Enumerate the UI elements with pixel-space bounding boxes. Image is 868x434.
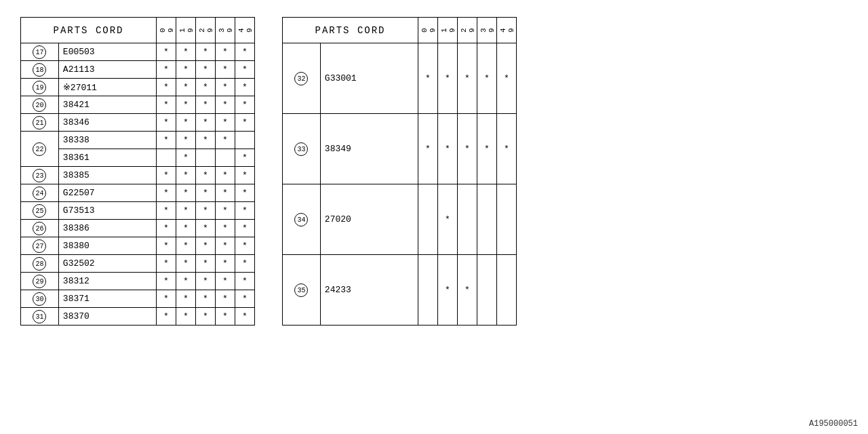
table2-year-90: 90	[418, 18, 438, 43]
table1-year-91: 91	[176, 18, 196, 43]
year-cell: *	[176, 202, 196, 220]
year-cell: *	[176, 237, 196, 255]
year-cell: *	[216, 255, 235, 273]
year-cell: *	[196, 167, 216, 184]
row-number: 21	[21, 114, 59, 132]
row-number: 35	[283, 255, 321, 326]
table-row: 32G33001*****	[283, 43, 517, 114]
year-cell: *	[216, 132, 235, 149]
table-row: 3138370*****	[21, 308, 255, 326]
year-cell: *	[157, 220, 176, 237]
year-cell: *	[176, 79, 196, 96]
year-cell: *	[157, 43, 176, 61]
year-cell	[497, 184, 517, 255]
year-cell: *	[196, 237, 216, 255]
table-row: 3524233**	[283, 255, 517, 326]
year-cell: *	[216, 167, 235, 184]
year-cell: *	[157, 132, 176, 149]
year-cell: *	[216, 273, 235, 290]
year-cell: *	[216, 114, 235, 132]
year-cell: *	[216, 202, 235, 220]
year-cell: *	[196, 96, 216, 114]
year-cell: *	[176, 132, 196, 149]
table1-year-92: 92	[196, 18, 216, 43]
year-cell: *	[216, 184, 235, 202]
year-cell	[418, 184, 438, 255]
year-cell: *	[235, 202, 255, 220]
year-cell: *	[157, 202, 176, 220]
table-1: PARTS CORD 90 91 92 93 94 17E00503*****1…	[20, 17, 255, 326]
row-number: 22	[21, 132, 59, 167]
table1-header: PARTS CORD	[21, 18, 157, 43]
year-cell	[418, 255, 438, 326]
year-cell: *	[477, 114, 497, 184]
year-cell	[235, 132, 255, 149]
year-cell: *	[196, 43, 216, 61]
table-row: 3427020*	[283, 184, 517, 255]
year-cell: *	[235, 255, 255, 273]
year-cell: *	[235, 149, 255, 167]
year-cell: *	[176, 220, 196, 237]
row-code: E00503	[58, 43, 156, 61]
year-cell: *	[216, 220, 235, 237]
row-number: 29	[21, 273, 59, 290]
year-cell: *	[216, 308, 235, 326]
table-row: 2738380*****	[21, 237, 255, 255]
row-number: 19	[21, 79, 59, 96]
year-cell: *	[176, 290, 196, 308]
year-cell: *	[157, 273, 176, 290]
year-cell: *	[176, 184, 196, 202]
row-code: G73513	[58, 202, 156, 220]
year-cell: *	[477, 43, 497, 114]
row-code: ※27011	[58, 79, 156, 96]
row-code: G32502	[58, 255, 156, 273]
row-number: 18	[21, 61, 59, 79]
row-code: 38370	[58, 308, 156, 326]
row-number: 25	[21, 202, 59, 220]
watermark: A195000051	[809, 419, 858, 429]
table-row: 2638386*****	[21, 220, 255, 237]
year-cell: *	[196, 290, 216, 308]
table-row: 2238338****	[21, 132, 255, 149]
table-row: 17E00503*****	[21, 43, 255, 61]
row-number: 34	[283, 184, 321, 255]
year-cell: *	[438, 255, 458, 326]
year-cell: *	[196, 61, 216, 79]
year-cell: *	[196, 220, 216, 237]
page: PARTS CORD 90 91 92 93 94 17E00503*****1…	[0, 0, 868, 434]
row-number: 28	[21, 255, 59, 273]
year-cell: *	[157, 114, 176, 132]
year-cell: *	[235, 237, 255, 255]
row-number: 32	[283, 43, 321, 114]
year-cell: *	[235, 79, 255, 96]
row-number: 33	[283, 114, 321, 184]
table-row: 3038371*****	[21, 290, 255, 308]
table1-year-90: 90	[157, 18, 176, 43]
year-cell: *	[196, 202, 216, 220]
year-cell	[196, 149, 216, 167]
year-cell: *	[157, 61, 176, 79]
year-cell: *	[216, 61, 235, 79]
row-code: 24233	[320, 255, 418, 326]
row-code: A21113	[58, 61, 156, 79]
year-cell: *	[157, 79, 176, 96]
year-cell: *	[176, 308, 196, 326]
table-row: 2338385*****	[21, 167, 255, 184]
year-cell: *	[497, 114, 517, 184]
table-row: 3338349*****	[283, 114, 517, 184]
year-cell: *	[216, 79, 235, 96]
table2-year-92: 92	[458, 18, 477, 43]
table2-year-91: 91	[438, 18, 458, 43]
year-cell	[458, 184, 477, 255]
year-cell: *	[216, 290, 235, 308]
row-code: G33001	[320, 43, 418, 114]
table-row: 19※27011*****	[21, 79, 255, 96]
table-row: 25G73513*****	[21, 202, 255, 220]
row-code: 38371	[58, 290, 156, 308]
row-number: 17	[21, 43, 59, 61]
year-cell: *	[196, 273, 216, 290]
year-cell: *	[418, 43, 438, 114]
year-cell: *	[235, 167, 255, 184]
table1-year-93: 93	[216, 18, 235, 43]
year-cell: *	[196, 308, 216, 326]
